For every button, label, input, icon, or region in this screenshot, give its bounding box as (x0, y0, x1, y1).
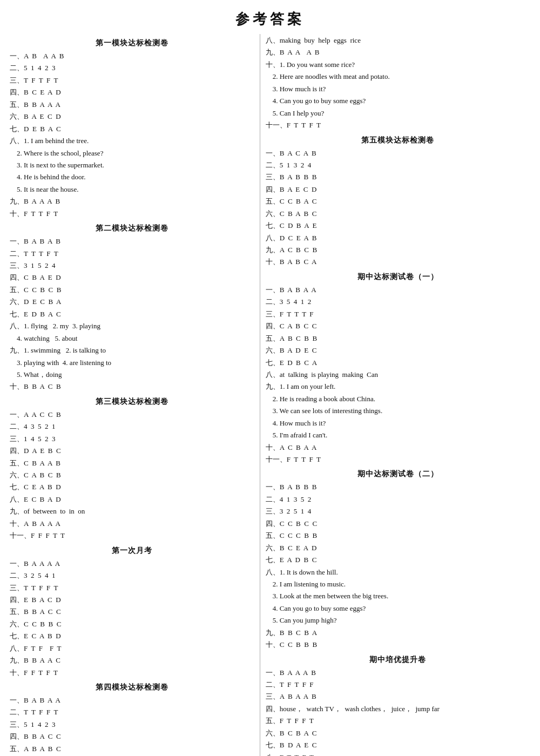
answer-line: 五、C B A A B (10, 457, 254, 469)
answer-line: 5. I'm afraid I can't. (266, 429, 530, 441)
answer-line: 八、making buy help eggs rice (266, 35, 530, 46)
section-title: 第五模块达标检测卷 (266, 136, 530, 145)
answer-line: 十、B A B C A (266, 256, 530, 267)
answer-line: 八、1. flying 2. my 3. playing (10, 320, 254, 332)
answer-line: 八、D C E A B (266, 232, 530, 244)
answer-line: 十、F T T F T (10, 208, 254, 219)
section-title: 第三模块达标检测卷 (10, 397, 254, 407)
answer-line: 八、E C B A D (10, 494, 254, 505)
answer-line: 一、B A A A A (10, 558, 254, 569)
answer-line: 二、3 5 4 1 2 (266, 296, 530, 307)
answer-line: 八、F T F F T (10, 643, 254, 654)
answer-line: 4. Can you go to buy some eggs? (266, 95, 530, 106)
answer-line: 四、C A B C C (266, 320, 530, 332)
answer-line: 五、A B A B C (10, 743, 254, 754)
answer-line: 十、1. Do you want some rice? (266, 59, 530, 70)
right-column: 八、making buy help eggs rice九、B A A A B十、… (260, 34, 530, 756)
answer-line: 十一、F T T F T (266, 119, 530, 131)
answer-line: 2. I am listening to music. (266, 578, 530, 590)
page-title: 参考答案 (0, 0, 540, 34)
answer-line: 七、D E B A C (10, 123, 254, 134)
answer-line: 3. It is next to the supermarket. (10, 159, 254, 171)
answer-line: 四、C B A E D (10, 272, 254, 283)
answer-line: 十、A B A A A (10, 518, 254, 529)
answer-line: 二、4 1 3 5 2 (266, 494, 530, 505)
answer-line: 三、3 2 5 1 4 (266, 505, 530, 517)
answer-line: 2. Where is the school, please? (10, 147, 254, 159)
answer-line: 九、B B C B A (266, 627, 530, 638)
answer-line: 3. We can see lots of interesting things… (266, 405, 530, 416)
answer-line: 九、B A A A B (266, 46, 530, 58)
left-column: 第一模块达标检测卷一、A B A A B二、5 1 4 2 3三、T F T F… (10, 34, 260, 756)
answer-line: 四、B B A C C (10, 731, 254, 742)
answer-line: 七、E A D B C (266, 554, 530, 565)
answer-line: 二、5 1 3 2 4 (266, 159, 530, 171)
answer-line: 三、B A B B B (266, 171, 530, 183)
answer-line: 四、B A E C D (266, 184, 530, 195)
answer-line: 一、A B A A B (10, 50, 254, 62)
answer-line: 3. playing with 4. are listening to (10, 357, 254, 368)
answer-line: 二、3 2 5 4 1 (10, 570, 254, 581)
answer-line: 一、A A C C B (10, 409, 254, 420)
answer-line: 十、C C B B B (266, 639, 530, 650)
answer-line: 二、T T F F T (10, 706, 254, 718)
section-title: 期中达标测试卷（一） (266, 272, 530, 282)
answer-line: 三、T F T F T (10, 75, 254, 86)
answer-line: 一、B A C A B (266, 147, 530, 159)
answer-line: 三、A B A A B (266, 691, 530, 702)
section-title: 第四模块达标检测卷 (10, 683, 254, 692)
answer-line: 十、B B A C B (10, 381, 254, 392)
answer-line: 六、B C E A D (266, 542, 530, 554)
answer-line: 2. Here are noodles with meat and potato… (266, 71, 530, 82)
answer-line: 七、E D B C A (266, 357, 530, 368)
answer-line: 5. It is near the house. (10, 184, 254, 195)
answer-line: 三、3 1 5 2 4 (10, 260, 254, 271)
answer-line: 五、B B A A A (10, 99, 254, 110)
answer-line: 八、1. I am behind the tree. (10, 135, 254, 146)
answer-line: 一、B A A A B (266, 667, 530, 678)
answer-line: 六、C C B B C (10, 618, 254, 630)
answer-line: 九、A C B C B (266, 244, 530, 255)
answer-line: 三、F T T T F (266, 308, 530, 320)
answer-line: 4. He is behind the door. (10, 171, 254, 183)
section-title: 第一模块达标检测卷 (10, 38, 254, 48)
answer-line: 九、1. swimming 2. is talking to (10, 345, 254, 356)
answer-line: 十、A C B A A (266, 442, 530, 453)
answer-line: 十、F F T F T (10, 667, 254, 678)
answer-line: 二、5 1 4 2 3 (10, 62, 254, 73)
answer-line: 3. Look at the men between the big trees… (266, 590, 530, 602)
answer-line: 十一、F T T F T (266, 454, 530, 465)
answer-line: 4. watching 5. about (10, 333, 254, 344)
answer-line: 四、house， watch TV， wash clothes， juice， … (266, 703, 530, 714)
answer-line: 七、E D B A C (10, 308, 254, 320)
answer-line: 六、B A E C D (10, 111, 254, 122)
answer-line: 九、B A A A B (10, 195, 254, 207)
answer-line: 5. Can I help you? (266, 107, 530, 119)
answer-line: 六、B A D E C (266, 345, 530, 356)
answer-line: 六、C A B C B (10, 469, 254, 481)
answer-line: 七、C D B A E (266, 220, 530, 231)
answer-line: 4. Can you go to buy some eggs? (266, 603, 530, 614)
answer-line: 四、C C B C C (266, 518, 530, 529)
answer-line: 五、C C B A C (266, 195, 530, 207)
answer-line: 一、B A B B B (266, 481, 530, 492)
answer-line: 五、C C B C B (10, 284, 254, 295)
answer-line: 五、F T F F T (266, 715, 530, 726)
answer-line: 七、B D A E C (266, 739, 530, 751)
answer-line: 四、D A E B C (10, 445, 254, 456)
answer-line: 五、C C C B B (266, 530, 530, 541)
answer-line: 5. What，doing (10, 369, 254, 380)
answer-line: 五、B B A C C (10, 606, 254, 617)
answer-line: 三、T T F F T (10, 582, 254, 593)
answer-line: 一、B A B A A (10, 694, 254, 706)
answer-line: 二、T T T F T (10, 248, 254, 259)
answer-line: 2. He is reading a book about China. (266, 393, 530, 404)
answer-line: 四、B C E A D (10, 86, 254, 98)
answer-line: 六、B C B A C (266, 727, 530, 739)
answer-line: 九、1. I am on your left. (266, 381, 530, 392)
section-title: 期中培优提升卷 (266, 655, 530, 665)
section-title: 第一次月考 (10, 546, 254, 556)
section-title: 期中达标测试卷（二） (266, 469, 530, 479)
answer-line: 3. How much is it? (266, 83, 530, 94)
answer-line: 八、1. It is down the hill. (266, 566, 530, 578)
